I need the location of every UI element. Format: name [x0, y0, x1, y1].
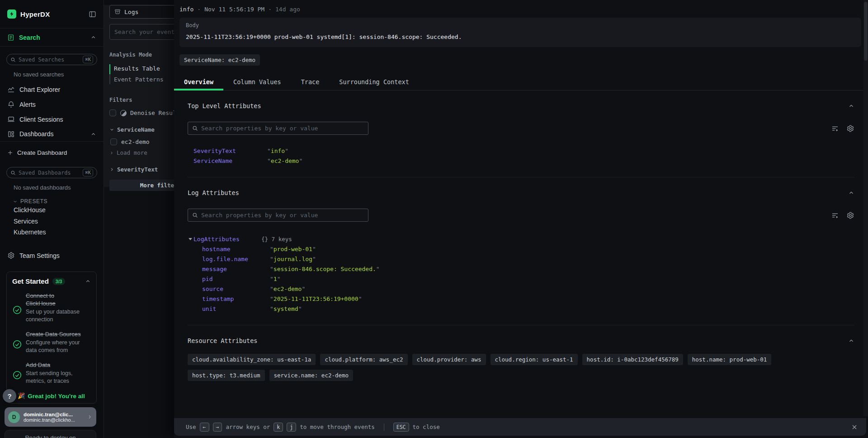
attribute-key[interactable]: timestamp	[202, 294, 270, 304]
denoise-checkbox[interactable]	[109, 110, 116, 116]
sidebar-item-dashboards[interactable]: Dashboards	[0, 127, 104, 142]
section-top-level-attributes: Top Level Attributes	[188, 102, 854, 110]
sidebar-item-alerts[interactable]: Alerts	[0, 97, 104, 112]
arrow-right-key: →	[213, 423, 222, 432]
property-search-box[interactable]	[188, 209, 368, 222]
team-settings-label: Team Settings	[19, 252, 60, 259]
resource-chip[interactable]: host.id: i-0abc123def456789	[582, 354, 683, 365]
section-resource-attributes: Resource Attributes	[188, 337, 854, 344]
attribute-value[interactable]: info	[267, 146, 854, 156]
resource-chip[interactable]: host.name: prod-web-01	[688, 354, 772, 365]
get-started-progress-badge: 3/3	[52, 278, 66, 285]
service-name-chip[interactable]: ServiceName: ec2-demo	[179, 54, 260, 66]
sidebar-item-search[interactable]: Search	[0, 28, 104, 47]
sidebar-item-client-sessions[interactable]: Client Sessions	[0, 112, 104, 127]
attribute-value[interactable]: prod-web-01	[270, 244, 854, 254]
event-detail-panel: info · Nov 11 5:56:19 PM · 14d ago Body …	[174, 0, 868, 438]
sidebar-toggle-icon[interactable]	[89, 10, 96, 18]
scrollbar[interactable]	[863, 0, 868, 416]
footer-text: Use	[186, 424, 196, 430]
resource-chip[interactable]: cloud.region: us-east-1	[491, 354, 578, 365]
get-started-item[interactable]: Add Data Start sending logs, metrics, or…	[12, 361, 91, 385]
tab-column-values[interactable]: Column Values	[223, 73, 291, 90]
saved-searches-search[interactable]: ⌘K	[6, 54, 97, 65]
attribute-value[interactable]: ec2-demo	[267, 156, 854, 166]
body-content[interactable]: 2025-11-11T23:56:19+0000 prod-web-01 sys…	[186, 33, 855, 40]
tree-parent-row[interactable]: LogAttributes {} 7 keys	[193, 234, 854, 244]
get-started-item-desc: Set up your database connection	[26, 308, 87, 324]
user-profile[interactable]: D dominic.tran@clic... dominic.tran@clic…	[5, 407, 96, 427]
attribute-key[interactable]: LogAttributes	[193, 234, 261, 244]
preset-item-clickhouse[interactable]: ClickHouse	[14, 205, 104, 216]
property-search-input[interactable]	[201, 212, 364, 219]
get-started-header[interactable]: Get Started 3/3	[12, 277, 91, 285]
section-title: Resource Attributes	[188, 337, 848, 344]
saved-searches-input[interactable]	[19, 57, 83, 63]
tab-trace[interactable]: Trace	[291, 73, 330, 90]
attribute-value[interactable]: session-846.scope: Succeeded.	[270, 264, 854, 274]
attribute-key[interactable]: SeverityText	[193, 146, 267, 156]
sidebar-item-label: Chart Explorer	[19, 86, 96, 93]
section-divider	[188, 325, 854, 325]
close-panel-button[interactable]	[851, 424, 858, 431]
tab-overview[interactable]: Overview	[174, 73, 223, 90]
attribute-value[interactable]: systemd	[270, 304, 854, 314]
dashboards-icon	[7, 130, 15, 138]
attribute-row: unit systemd	[193, 304, 854, 314]
gear-icon[interactable]	[846, 124, 854, 133]
get-started-item[interactable]: Connect to ClickHouse Set up your databa…	[12, 292, 91, 324]
attribute-value[interactable]: journal.log	[270, 254, 854, 264]
attribute-value[interactable]: 1	[270, 274, 854, 284]
tab-surrounding-context[interactable]: Surrounding Context	[329, 73, 419, 90]
attribute-value[interactable]: 2025-11-11T23:56:19+0000	[270, 294, 854, 304]
preset-item-kubernetes[interactable]: Kubernetes	[14, 227, 104, 238]
preset-item-services[interactable]: Services	[14, 216, 104, 227]
create-dashboard-button[interactable]: Create Dashboard	[0, 145, 104, 160]
logo-row: HyperDX	[0, 0, 104, 28]
scrollbar-thumb[interactable]	[864, 2, 868, 61]
resource-chip[interactable]: cloud.provider: aws	[412, 354, 486, 365]
app: HyperDX Search ⌘K No saved searches	[0, 0, 868, 438]
collapse-section-icon[interactable]	[848, 338, 854, 344]
saved-dashboards-search[interactable]: ⌘K	[6, 167, 97, 178]
property-search-input[interactable]	[201, 125, 364, 132]
attribute-key[interactable]: hostname	[202, 244, 270, 254]
attribute-key[interactable]: message	[202, 264, 270, 274]
help-button[interactable]: ?	[3, 389, 16, 403]
property-search-box[interactable]	[188, 122, 368, 135]
log-attributes-tree: LogAttributes {} 7 keys hostname prod-we…	[193, 234, 854, 314]
chevron-up-icon[interactable]	[85, 278, 91, 284]
gear-icon[interactable]	[846, 211, 854, 219]
attribute-row: source ec2-demo	[193, 284, 854, 294]
resource-chip[interactable]: host.type: t3.medium	[188, 370, 265, 381]
sidebar-item-chart-explorer[interactable]: Chart Explorer	[0, 82, 104, 97]
expand-arrow-icon[interactable]	[189, 238, 192, 240]
attribute-row: SeverityText info	[193, 146, 854, 156]
presets-toggle[interactable]: PRESETS	[13, 198, 104, 205]
attribute-key[interactable]: ServiceName	[193, 156, 267, 166]
filter-lines-icon[interactable]	[831, 124, 839, 133]
attribute-key[interactable]: unit	[202, 304, 270, 314]
collapse-section-icon[interactable]	[848, 103, 854, 109]
saved-dashboards-input[interactable]	[19, 170, 83, 176]
section-title: Top Level Attributes	[188, 102, 848, 110]
attribute-key[interactable]: source	[202, 284, 270, 294]
resource-chip[interactable]: cloud.availability_zone: us-east-1a	[188, 354, 316, 365]
detail-tabs: Overview Column Values Trace Surrounding…	[174, 73, 868, 90]
collapse-section-icon[interactable]	[848, 190, 854, 196]
get-started-item[interactable]: Create Data Sources Configure where your…	[12, 330, 91, 354]
no-saved-dashboards-note: No saved dashboards	[14, 184, 104, 191]
filter-checkbox[interactable]	[110, 138, 117, 145]
resource-chip[interactable]: service.name: ec2-demo	[269, 370, 354, 381]
create-dashboard-label: Create Dashboard	[17, 149, 67, 156]
sidebar-item-team-settings[interactable]: Team Settings	[0, 248, 104, 263]
check-circle-icon	[12, 365, 22, 385]
deploy-banner[interactable]: Ready to deploy on	[5, 430, 96, 438]
filter-lines-icon[interactable]	[831, 211, 839, 219]
hyperdx-logo-icon	[7, 10, 16, 19]
resource-chip[interactable]: cloud.platform: aws_ec2	[320, 354, 407, 365]
chevron-down-icon	[109, 127, 114, 132]
attribute-value[interactable]: ec2-demo	[270, 284, 854, 294]
attribute-key[interactable]: log.file.name	[202, 254, 270, 264]
attribute-key[interactable]: pid	[202, 274, 270, 284]
